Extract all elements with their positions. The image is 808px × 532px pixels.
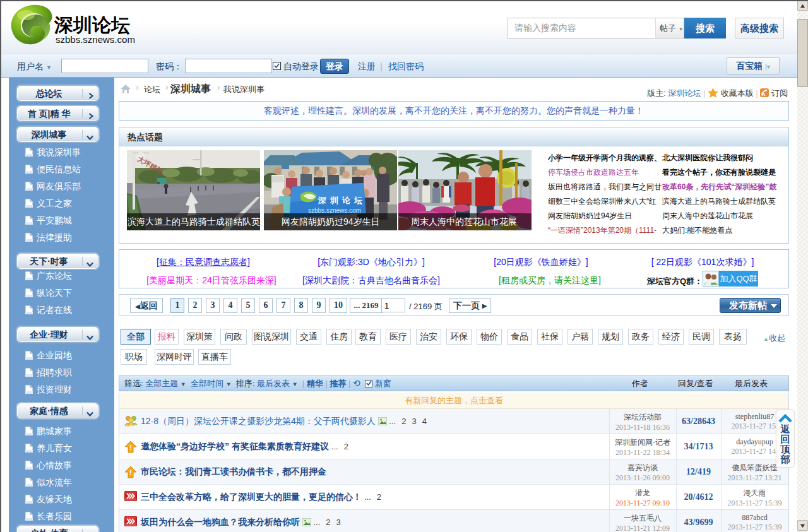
svg-text:!: !: [129, 469, 132, 476]
svg-text:!: !: [129, 444, 132, 451]
svg-text:深圳论坛: 深圳论坛: [318, 196, 366, 205]
